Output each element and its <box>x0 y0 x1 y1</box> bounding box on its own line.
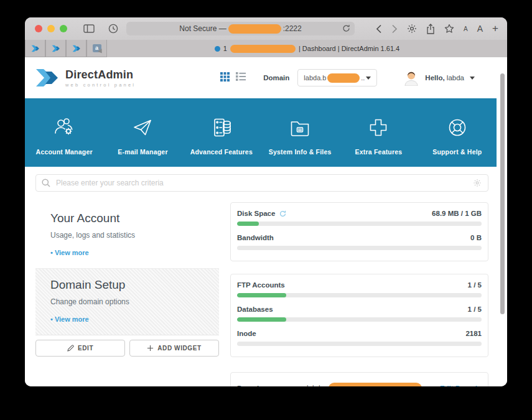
directadmin-logo[interactable]: DirectAdmin web control panel <box>36 68 136 88</box>
stat-value: 2181 <box>465 330 482 337</box>
domain-label: Domain <box>263 74 289 82</box>
pinned-tab-directadmin-2[interactable] <box>45 40 66 57</box>
advanced-features-icon <box>209 115 234 140</box>
redacted-domain-pill <box>327 73 360 83</box>
nav-email-manager[interactable]: E-mail Manager <box>103 115 182 167</box>
progress-fill <box>237 222 259 226</box>
directadmin-favicon <box>31 45 40 52</box>
browser-titlebar: Not Secure — :2222 <box>25 17 507 40</box>
logo-title: DirectAdmin <box>65 68 136 82</box>
reload-icon[interactable] <box>342 24 350 32</box>
view-more-link[interactable]: • View more <box>50 249 89 256</box>
info-value: labda. <box>307 383 436 386</box>
pinned-tab-directadmin-1[interactable] <box>25 40 45 57</box>
tab-title: | Dashboard | DirectAdmin 1.61.4 <box>299 45 399 52</box>
stat-value: 1 / 5 <box>468 281 482 289</box>
edit-domain-link[interactable]: • Edit Domain <box>436 385 482 386</box>
domain-setup-widget[interactable]: Domain Setup Change domain options • Vie… <box>35 269 219 335</box>
view-more-link[interactable]: • View more <box>50 315 89 323</box>
edit-button[interactable]: EDIT <box>35 340 125 357</box>
avatar <box>403 70 419 86</box>
port-label: :2222 <box>283 24 302 33</box>
directadmin-logo-icon <box>36 68 60 88</box>
nav-label: E-mail Manager <box>118 148 167 156</box>
grid-view-icon[interactable] <box>220 72 230 84</box>
sidebar-toggle-icon[interactable] <box>83 24 95 33</box>
nav-advanced-features[interactable]: Advanced Features <box>182 115 261 167</box>
quotas-card: FTP Accounts 1 / 5 Databases 1 / 5 <box>230 274 488 357</box>
usage-card: Disk Space 68.9 MB / 1 GB <box>230 202 488 261</box>
widget-title: Domain Setup <box>50 278 204 292</box>
browser-window: Not Secure — :2222 <box>25 17 507 386</box>
chevron-down-icon <box>366 77 371 80</box>
directadmin-favicon <box>72 45 81 52</box>
search-input[interactable] <box>35 174 488 192</box>
stats-column: Disk Space 68.9 MB / 1 GB <box>230 202 488 386</box>
domain-value-suffix: .. <box>361 74 365 82</box>
pinned-tab-directadmin-3[interactable] <box>66 40 86 57</box>
add-widget-button[interactable]: ADD WIDGET <box>129 340 219 357</box>
domain-value-text: labda. <box>307 384 326 386</box>
progress-track <box>237 293 482 297</box>
tab-favicon <box>215 46 220 52</box>
progress-fill <box>237 317 286 322</box>
search-icon <box>42 179 50 190</box>
nav-extra-features[interactable]: Extra Features <box>339 115 418 167</box>
not-secure-label: Not Secure — <box>179 24 226 33</box>
history-clock-icon[interactable] <box>108 24 118 34</box>
add-widget-button-label: ADD WIDGET <box>157 345 201 352</box>
minimize-window-button[interactable] <box>47 25 55 32</box>
forward-icon[interactable] <box>391 24 398 34</box>
redacted-host-pill <box>228 24 281 34</box>
active-tab[interactable]: 1 | Dashboard | DirectAdmin 1.61.4 <box>107 40 507 57</box>
decrease-font-button[interactable]: A <box>464 26 468 32</box>
new-tab-button[interactable]: + <box>492 22 498 35</box>
bookmark-star-icon[interactable] <box>444 24 454 34</box>
account-manager-icon <box>52 115 77 140</box>
window-controls <box>35 25 67 32</box>
progress-track <box>237 317 482 322</box>
stat-label: FTP Accounts <box>237 281 285 289</box>
tab-bar: a 1 | Dashboard | DirectAdmin 1.61.4 <box>25 40 507 57</box>
stat-label: Bandwidth <box>237 234 274 241</box>
close-window-button[interactable] <box>35 25 42 32</box>
stat-label: Inode <box>237 330 256 337</box>
zoom-window-button[interactable] <box>60 25 67 32</box>
nav-label: Advanced Features <box>190 148 253 156</box>
redacted-tab-pill <box>230 45 296 53</box>
settings-gear-icon[interactable] <box>407 24 417 34</box>
greeting-username: labda <box>447 74 464 82</box>
widget-subtitle: Change domain options <box>50 297 204 306</box>
pencil-icon <box>67 345 74 352</box>
increase-font-button[interactable]: A <box>477 24 483 34</box>
main-navigation: Account Manager E-mail Manager <box>25 98 497 167</box>
domain-select[interactable]: labda.b .. <box>297 69 377 86</box>
nav-support-help[interactable]: Support & Help <box>418 115 497 167</box>
search-settings-gear-icon[interactable] <box>473 179 482 190</box>
nav-label: System Info & Files <box>269 148 332 156</box>
list-view-icon[interactable] <box>236 72 246 84</box>
page-scrollbar[interactable] <box>500 73 505 314</box>
search-bar <box>35 174 488 192</box>
greeting-hello: Hello, <box>425 74 444 82</box>
stat-value: 1 / 5 <box>468 306 482 313</box>
support-help-icon <box>445 115 470 140</box>
pinned-tab-translate[interactable]: a <box>86 40 107 57</box>
refresh-icon[interactable] <box>279 210 286 217</box>
progress-fill <box>237 293 286 297</box>
disk-space-row: Disk Space 68.9 MB / 1 GB <box>237 210 482 226</box>
share-icon[interactable] <box>426 24 435 34</box>
nav-account-manager[interactable]: Account Manager <box>25 115 103 167</box>
databases-row: Databases 1 / 5 <box>237 306 482 322</box>
back-icon[interactable] <box>376 24 382 34</box>
extra-features-icon <box>366 115 391 140</box>
widget-title: Your Account <box>50 212 204 225</box>
user-menu[interactable]: Hello, labda <box>403 70 475 86</box>
inode-row: Inode 2181 <box>237 330 482 346</box>
info-label: Domain <box>237 385 307 386</box>
your-account-widget[interactable]: Your Account Usage, logs and statistics … <box>35 202 219 269</box>
nav-system-info-files[interactable]: System Info & Files <box>261 115 339 167</box>
directadmin-favicon <box>52 45 60 52</box>
address-bar[interactable]: Not Secure — :2222 <box>126 22 355 35</box>
widgets-column: Your Account Usage, logs and statistics … <box>35 202 219 357</box>
